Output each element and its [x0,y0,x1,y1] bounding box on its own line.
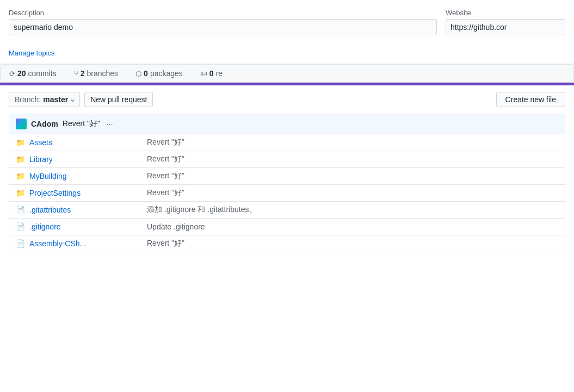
table-row: Assembly-CSh...Revert "好" [9,235,565,252]
branches-label: branches [87,69,119,78]
commits-label: commits [28,69,57,78]
latest-commit-row: CAdom Revert "好" ··· [9,114,565,134]
file-name-link[interactable]: Library [29,155,138,164]
file-name-link[interactable]: .gitignore [29,222,138,231]
new-pull-request-button[interactable]: New pull request [84,92,153,107]
tag-icon: 🏷 [200,70,207,78]
avatar-image [16,119,27,129]
file-name-link[interactable]: ProjectSettings [29,189,138,197]
file-name-link[interactable]: Assets [29,138,138,147]
packages-label: packages [150,69,183,78]
description-field: Description [9,9,437,35]
file-commit-message: Revert "好" [147,239,558,248]
chevron-down-icon [71,97,75,101]
commit-message: Revert "好" [63,119,100,129]
avatar [16,119,27,129]
packages-count: 0 [144,69,148,78]
create-new-file-button[interactable]: Create new file [496,92,565,107]
releases-count: 0 [209,69,214,78]
table-row: .gitignoreUpdate .gitignore [9,219,565,235]
table-row: LibraryRevert "好" [9,151,565,168]
folder-icon [16,138,25,147]
folder-icon [16,171,25,181]
top-section: Description Website Manage topics [0,0,574,64]
commits-stat[interactable]: ⟳ 20 commits [9,69,57,78]
manage-topics-section: Manage topics [9,42,565,64]
toolbar-right: Create new file [496,92,565,107]
branches-stat[interactable]: ⑂ 2 branches [74,69,118,78]
folder-icon [16,154,25,164]
packages-stat[interactable]: ⬡ 0 packages [135,69,183,78]
toolbar: Branch: master New pull request Create n… [0,85,574,114]
table-row: AssetsRevert "好" [9,134,565,151]
table-row: MyBuildingRevert "好" [9,168,565,185]
description-input[interactable] [9,19,437,35]
file-icon [16,205,25,215]
manage-topics-link[interactable]: Manage topics [9,49,55,57]
file-name-link[interactable]: Assembly-CSh... [29,239,138,248]
branch-selector[interactable]: Branch: master [9,92,80,107]
stats-bar: ⟳ 20 commits ⑂ 2 branches ⬡ 0 packages 🏷… [0,64,574,83]
table-row: .gitattributes添加 .gitignore 和 .gitattrib… [9,202,565,219]
website-field: Website [446,9,565,35]
file-name-link[interactable]: .gitattributes [29,206,138,214]
file-icon [16,222,25,232]
branch-prefix: Branch: [15,95,41,104]
table-row: ProjectSettingsRevert "好" [9,185,565,202]
releases-label: re [216,69,223,78]
file-commit-message: 添加 .gitignore 和 .gitattributes。 [147,205,558,215]
website-label: Website [446,9,565,17]
file-table: CAdom Revert "好" ··· AssetsRevert "好"Lib… [9,114,565,252]
website-input[interactable] [446,19,565,35]
commit-more-button[interactable]: ··· [107,120,113,128]
commit-icon: ⟳ [9,70,15,78]
description-label: Description [9,9,437,17]
toolbar-left: Branch: master New pull request [9,92,153,107]
file-commit-message: Update .gitignore [147,222,558,231]
file-name-link[interactable]: MyBuilding [29,172,138,181]
file-commit-message: Revert "好" [147,154,558,164]
description-row: Description Website [9,9,565,35]
file-icon [16,239,25,248]
branch-icon: ⑂ [74,70,78,78]
package-icon: ⬡ [135,70,141,78]
commit-author[interactable]: CAdom [31,120,58,128]
file-commit-message: Revert "好" [147,138,558,147]
branches-count: 2 [81,69,85,78]
file-rows-container: AssetsRevert "好"LibraryRevert "好"MyBuild… [9,134,565,252]
releases-stat[interactable]: 🏷 0 re [200,69,223,78]
branch-name: master [43,95,68,104]
file-commit-message: Revert "好" [147,171,558,181]
commits-count: 20 [17,69,26,78]
folder-icon [16,188,25,198]
file-commit-message: Revert "好" [147,188,558,198]
